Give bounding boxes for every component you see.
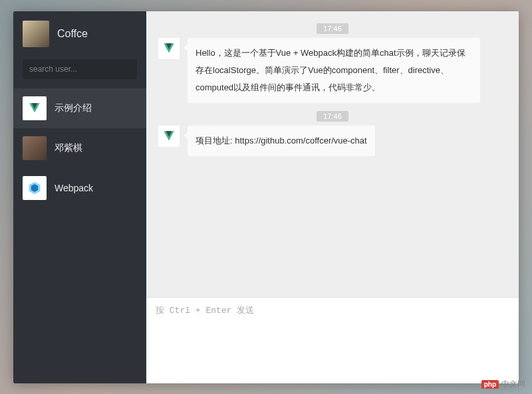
message-input-area[interactable]: 按 Ctrl + Enter 发送 bbox=[146, 297, 519, 383]
profile-section: Coffce bbox=[13, 11, 146, 54]
search-input[interactable] bbox=[23, 59, 137, 79]
watermark-text: 中文网 bbox=[501, 379, 525, 390]
session-list: 示例介绍 邓紫棋 Webpack bbox=[13, 88, 146, 383]
timestamp-label: 17:46 bbox=[317, 111, 348, 122]
main-panel: 17:46 Hello，这是一个基于Vue + Webpack构建的简单chat… bbox=[146, 11, 519, 383]
webpack-icon bbox=[23, 176, 47, 200]
chat-message: Hello，这是一个基于Vue + Webpack构建的简单chat示例，聊天记… bbox=[158, 38, 507, 103]
chat-area[interactable]: 17:46 Hello，这是一个基于Vue + Webpack构建的简单chat… bbox=[146, 11, 519, 297]
watermark-logo: php bbox=[481, 380, 499, 389]
vue-icon bbox=[158, 38, 180, 59]
session-item-user[interactable]: 邓紫棋 bbox=[13, 128, 146, 168]
session-item-webpack[interactable]: Webpack bbox=[13, 168, 146, 208]
search-box bbox=[13, 54, 146, 88]
user-avatar bbox=[23, 136, 47, 160]
vue-icon bbox=[23, 96, 47, 120]
session-item-intro[interactable]: 示例介绍 bbox=[13, 88, 146, 128]
chat-message: 项目地址: https://github.com/coffcer/vue-cha… bbox=[158, 126, 507, 156]
session-name: Webpack bbox=[55, 183, 93, 193]
profile-avatar[interactable] bbox=[23, 21, 49, 47]
session-name: 示例介绍 bbox=[55, 102, 92, 114]
message-text: Hello，这是一个基于Vue + Webpack构建的简单chat示例，聊天记… bbox=[188, 38, 480, 103]
input-placeholder: 按 Ctrl + Enter 发送 bbox=[156, 304, 509, 316]
chat-app: Coffce 示例介绍 邓紫棋 Webpack bbox=[13, 11, 519, 383]
message-timestamp: 17:46 bbox=[158, 22, 507, 34]
message-text: 项目地址: https://github.com/coffcer/vue-cha… bbox=[188, 126, 375, 156]
vue-icon bbox=[158, 126, 180, 147]
watermark: php 中文网 bbox=[481, 379, 525, 390]
message-timestamp: 17:46 bbox=[158, 110, 507, 122]
sidebar: Coffce 示例介绍 邓紫棋 Webpack bbox=[13, 11, 146, 383]
timestamp-label: 17:46 bbox=[317, 23, 348, 34]
session-name: 邓紫棋 bbox=[55, 142, 82, 154]
profile-name: Coffce bbox=[57, 28, 88, 40]
